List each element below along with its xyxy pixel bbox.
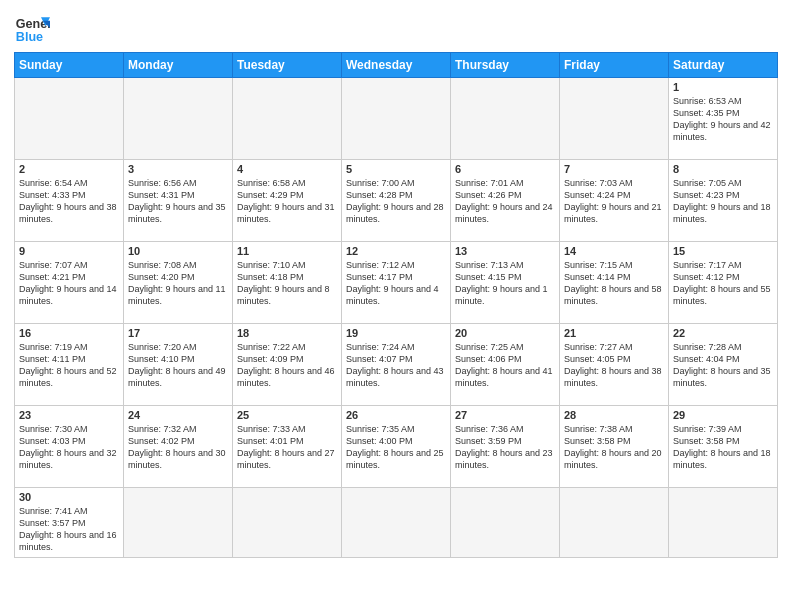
day-number: 15 — [673, 245, 773, 257]
day-info: Sunrise: 7:12 AM Sunset: 4:17 PM Dayligh… — [346, 259, 446, 308]
day-number: 12 — [346, 245, 446, 257]
calendar-cell: 7Sunrise: 7:03 AM Sunset: 4:24 PM Daylig… — [560, 160, 669, 242]
calendar-week-row: 9Sunrise: 7:07 AM Sunset: 4:21 PM Daylig… — [15, 242, 778, 324]
weekday-header-saturday: Saturday — [669, 53, 778, 78]
day-number: 16 — [19, 327, 119, 339]
day-info: Sunrise: 7:17 AM Sunset: 4:12 PM Dayligh… — [673, 259, 773, 308]
day-number: 24 — [128, 409, 228, 421]
day-info: Sunrise: 7:15 AM Sunset: 4:14 PM Dayligh… — [564, 259, 664, 308]
calendar-cell — [124, 488, 233, 558]
weekday-header-sunday: Sunday — [15, 53, 124, 78]
day-number: 14 — [564, 245, 664, 257]
day-number: 18 — [237, 327, 337, 339]
day-number: 26 — [346, 409, 446, 421]
day-number: 21 — [564, 327, 664, 339]
calendar-cell: 16Sunrise: 7:19 AM Sunset: 4:11 PM Dayli… — [15, 324, 124, 406]
calendar-cell: 29Sunrise: 7:39 AM Sunset: 3:58 PM Dayli… — [669, 406, 778, 488]
day-info: Sunrise: 7:24 AM Sunset: 4:07 PM Dayligh… — [346, 341, 446, 390]
day-info: Sunrise: 7:39 AM Sunset: 3:58 PM Dayligh… — [673, 423, 773, 472]
page-header: General Blue — [14, 10, 778, 46]
calendar-table: SundayMondayTuesdayWednesdayThursdayFrid… — [14, 52, 778, 558]
day-number: 1 — [673, 81, 773, 93]
calendar-cell: 30Sunrise: 7:41 AM Sunset: 3:57 PM Dayli… — [15, 488, 124, 558]
day-number: 6 — [455, 163, 555, 175]
day-number: 7 — [564, 163, 664, 175]
calendar-cell — [560, 488, 669, 558]
day-info: Sunrise: 7:36 AM Sunset: 3:59 PM Dayligh… — [455, 423, 555, 472]
day-info: Sunrise: 7:30 AM Sunset: 4:03 PM Dayligh… — [19, 423, 119, 472]
day-info: Sunrise: 6:58 AM Sunset: 4:29 PM Dayligh… — [237, 177, 337, 226]
calendar-cell: 28Sunrise: 7:38 AM Sunset: 3:58 PM Dayli… — [560, 406, 669, 488]
day-info: Sunrise: 7:28 AM Sunset: 4:04 PM Dayligh… — [673, 341, 773, 390]
calendar-cell — [233, 488, 342, 558]
calendar-cell: 15Sunrise: 7:17 AM Sunset: 4:12 PM Dayli… — [669, 242, 778, 324]
day-info: Sunrise: 7:25 AM Sunset: 4:06 PM Dayligh… — [455, 341, 555, 390]
day-info: Sunrise: 7:07 AM Sunset: 4:21 PM Dayligh… — [19, 259, 119, 308]
day-number: 3 — [128, 163, 228, 175]
day-info: Sunrise: 7:13 AM Sunset: 4:15 PM Dayligh… — [455, 259, 555, 308]
day-number: 23 — [19, 409, 119, 421]
calendar-cell: 22Sunrise: 7:28 AM Sunset: 4:04 PM Dayli… — [669, 324, 778, 406]
day-number: 2 — [19, 163, 119, 175]
day-number: 27 — [455, 409, 555, 421]
calendar-cell — [233, 78, 342, 160]
calendar-cell: 17Sunrise: 7:20 AM Sunset: 4:10 PM Dayli… — [124, 324, 233, 406]
calendar-cell — [669, 488, 778, 558]
day-number: 20 — [455, 327, 555, 339]
day-info: Sunrise: 7:22 AM Sunset: 4:09 PM Dayligh… — [237, 341, 337, 390]
calendar-cell: 20Sunrise: 7:25 AM Sunset: 4:06 PM Dayli… — [451, 324, 560, 406]
calendar-cell: 2Sunrise: 6:54 AM Sunset: 4:33 PM Daylig… — [15, 160, 124, 242]
day-info: Sunrise: 7:01 AM Sunset: 4:26 PM Dayligh… — [455, 177, 555, 226]
calendar-cell: 5Sunrise: 7:00 AM Sunset: 4:28 PM Daylig… — [342, 160, 451, 242]
day-info: Sunrise: 7:08 AM Sunset: 4:20 PM Dayligh… — [128, 259, 228, 308]
day-number: 28 — [564, 409, 664, 421]
day-info: Sunrise: 6:54 AM Sunset: 4:33 PM Dayligh… — [19, 177, 119, 226]
day-number: 8 — [673, 163, 773, 175]
weekday-header-friday: Friday — [560, 53, 669, 78]
day-number: 9 — [19, 245, 119, 257]
day-number: 17 — [128, 327, 228, 339]
day-info: Sunrise: 7:03 AM Sunset: 4:24 PM Dayligh… — [564, 177, 664, 226]
day-info: Sunrise: 7:32 AM Sunset: 4:02 PM Dayligh… — [128, 423, 228, 472]
weekday-header-thursday: Thursday — [451, 53, 560, 78]
calendar-week-row: 1Sunrise: 6:53 AM Sunset: 4:35 PM Daylig… — [15, 78, 778, 160]
calendar-cell: 8Sunrise: 7:05 AM Sunset: 4:23 PM Daylig… — [669, 160, 778, 242]
calendar-week-row: 2Sunrise: 6:54 AM Sunset: 4:33 PM Daylig… — [15, 160, 778, 242]
day-info: Sunrise: 7:00 AM Sunset: 4:28 PM Dayligh… — [346, 177, 446, 226]
calendar-cell — [451, 488, 560, 558]
day-number: 19 — [346, 327, 446, 339]
calendar-cell — [342, 78, 451, 160]
calendar-cell: 19Sunrise: 7:24 AM Sunset: 4:07 PM Dayli… — [342, 324, 451, 406]
day-info: Sunrise: 7:20 AM Sunset: 4:10 PM Dayligh… — [128, 341, 228, 390]
calendar-cell: 25Sunrise: 7:33 AM Sunset: 4:01 PM Dayli… — [233, 406, 342, 488]
day-number: 11 — [237, 245, 337, 257]
calendar-cell: 18Sunrise: 7:22 AM Sunset: 4:09 PM Dayli… — [233, 324, 342, 406]
calendar-cell — [124, 78, 233, 160]
calendar-cell: 14Sunrise: 7:15 AM Sunset: 4:14 PM Dayli… — [560, 242, 669, 324]
calendar-cell: 3Sunrise: 6:56 AM Sunset: 4:31 PM Daylig… — [124, 160, 233, 242]
calendar-cell: 1Sunrise: 6:53 AM Sunset: 4:35 PM Daylig… — [669, 78, 778, 160]
day-info: Sunrise: 6:53 AM Sunset: 4:35 PM Dayligh… — [673, 95, 773, 144]
day-number: 4 — [237, 163, 337, 175]
logo-icon: General Blue — [14, 10, 50, 46]
day-info: Sunrise: 7:10 AM Sunset: 4:18 PM Dayligh… — [237, 259, 337, 308]
day-number: 5 — [346, 163, 446, 175]
day-info: Sunrise: 7:19 AM Sunset: 4:11 PM Dayligh… — [19, 341, 119, 390]
calendar-cell: 24Sunrise: 7:32 AM Sunset: 4:02 PM Dayli… — [124, 406, 233, 488]
day-info: Sunrise: 7:41 AM Sunset: 3:57 PM Dayligh… — [19, 505, 119, 554]
calendar-cell: 27Sunrise: 7:36 AM Sunset: 3:59 PM Dayli… — [451, 406, 560, 488]
weekday-header-row: SundayMondayTuesdayWednesdayThursdayFrid… — [15, 53, 778, 78]
calendar-cell — [560, 78, 669, 160]
page-container: General Blue SundayMondayTuesdayWednesda… — [0, 0, 792, 564]
day-number: 30 — [19, 491, 119, 503]
calendar-cell: 12Sunrise: 7:12 AM Sunset: 4:17 PM Dayli… — [342, 242, 451, 324]
day-info: Sunrise: 7:05 AM Sunset: 4:23 PM Dayligh… — [673, 177, 773, 226]
day-info: Sunrise: 7:38 AM Sunset: 3:58 PM Dayligh… — [564, 423, 664, 472]
weekday-header-monday: Monday — [124, 53, 233, 78]
day-number: 10 — [128, 245, 228, 257]
svg-text:Blue: Blue — [16, 30, 43, 44]
day-info: Sunrise: 7:27 AM Sunset: 4:05 PM Dayligh… — [564, 341, 664, 390]
day-info: Sunrise: 6:56 AM Sunset: 4:31 PM Dayligh… — [128, 177, 228, 226]
day-number: 29 — [673, 409, 773, 421]
calendar-cell — [342, 488, 451, 558]
